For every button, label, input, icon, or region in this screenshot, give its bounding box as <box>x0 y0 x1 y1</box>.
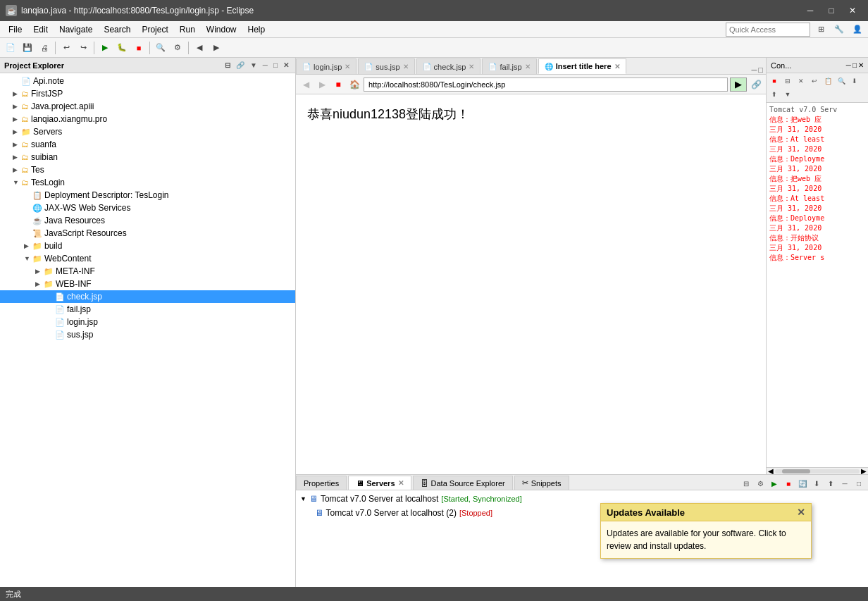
tree-item-java-project[interactable]: ▶ 🗂 Java.project.apiii <box>0 100 295 113</box>
toolbar-new-btn[interactable]: 📄 <box>3 40 18 56</box>
menu-window[interactable]: Window <box>201 23 242 36</box>
updates-close-btn[interactable]: ✕ <box>797 507 805 518</box>
toolbar-run-btn[interactable]: ▶ <box>97 40 113 56</box>
bottom-btn5[interactable]: ⬇ <box>810 477 823 490</box>
panel-menu-btn[interactable]: ▼ <box>248 61 259 69</box>
menu-search[interactable]: Search <box>98 23 136 36</box>
tree-item-build[interactable]: ▶ 📁 build <box>0 240 295 252</box>
menu-navigate[interactable]: Navigate <box>54 23 98 36</box>
console-btn4[interactable]: ↩ <box>808 75 821 87</box>
console-btn9[interactable]: ▼ <box>781 88 794 101</box>
tree-item-lanqiao[interactable]: ▶ 🗂 lanqiao.xiangmu.pro <box>0 113 295 125</box>
tab-minimize-btn[interactable]: ─ <box>752 66 757 74</box>
toolbar-debug-btn[interactable]: 🐛 <box>114 40 130 56</box>
link-editor-btn[interactable]: 🔗 <box>234 61 247 69</box>
maximize-button[interactable]: □ <box>822 4 841 18</box>
tab-check-jsp[interactable]: 📄 check.jsp ✕ <box>416 58 481 74</box>
menu-edit[interactable]: Edit <box>27 23 54 36</box>
toolbar-ext-btn[interactable]: ⚙ <box>170 40 185 56</box>
toolbar-icon-btn2[interactable]: 🔧 <box>831 22 847 37</box>
tree-item-webinf[interactable]: ▶ 📁 WEB-INF <box>0 278 295 290</box>
console-btn5[interactable]: 📋 <box>822 75 834 87</box>
bottom-maximize-btn[interactable]: □ <box>852 477 865 490</box>
tab-close-btn[interactable]: ✕ <box>525 63 531 70</box>
minimize-button[interactable]: ─ <box>800 4 820 18</box>
title-bar-controls[interactable]: ─ □ ✕ <box>800 4 862 18</box>
tree-item-webcontent[interactable]: ▼ 📁 WebContent <box>0 252 295 265</box>
tree-item-api-note[interactable]: 📄 Api.note <box>0 75 295 87</box>
bottom-btn6[interactable]: ⬆ <box>824 477 837 490</box>
console-minimize-btn[interactable]: ─ <box>846 61 851 69</box>
tab-close-btn[interactable]: ✕ <box>614 63 620 70</box>
quick-access-input[interactable] <box>726 23 810 37</box>
tree-item-check-jsp[interactable]: 📄 check.jsp <box>0 290 295 303</box>
close-button[interactable]: ✕ <box>843 4 862 18</box>
bottom-pub-btn[interactable]: 🔄 <box>796 477 809 490</box>
console-btn7[interactable]: ⬇ <box>848 75 861 87</box>
tab-maximize-btn[interactable]: □ <box>758 66 763 74</box>
tree-item-tes[interactable]: ▶ 🗂 Tes <box>0 163 295 176</box>
bottom-sync-btn[interactable]: ⚙ <box>754 477 767 490</box>
bottom-start-btn[interactable]: ▶ <box>768 477 781 490</box>
tree-item-java-resources[interactable]: ☕ Java Resources <box>0 214 295 227</box>
tab-sus-jsp[interactable]: 📄 sus.jsp ✕ <box>358 58 414 74</box>
tree-item-jaxws[interactable]: 🌐 JAX-WS Web Services <box>0 202 295 214</box>
tree-item-suanfa[interactable]: ▶ 🗂 suanfa <box>0 138 295 151</box>
menu-project[interactable]: Project <box>136 23 173 36</box>
menu-file[interactable]: File <box>3 23 27 36</box>
scrollbar-thumb[interactable] <box>782 469 810 473</box>
tree-item-metainf[interactable]: ▶ 📁 META-INF <box>0 265 295 278</box>
tab-close-btn[interactable]: ✕ <box>403 63 409 70</box>
menu-run[interactable]: Run <box>174 23 201 36</box>
scroll-right-btn[interactable]: ▶ <box>860 467 868 474</box>
toolbar-perspectives-btn[interactable]: ⊞ <box>813 22 829 37</box>
tree-item-sus-jsp[interactable]: 📄 sus.jsp <box>0 328 295 341</box>
browser-forward-btn[interactable]: ▶ <box>315 78 329 92</box>
tab-close-btn[interactable]: ✕ <box>398 479 404 487</box>
toolbar-search-btn[interactable]: 🔍 <box>153 40 168 56</box>
panel-maximize-btn[interactable]: □ <box>271 61 280 69</box>
tab-properties[interactable]: Properties <box>296 476 347 490</box>
tab-insert-title[interactable]: 🌐 Insert title here ✕ <box>538 58 626 74</box>
browser-stop-btn[interactable]: ■ <box>331 78 345 92</box>
tree-item-suibian[interactable]: ▶ 🗂 suibian <box>0 151 295 163</box>
browser-home-btn[interactable]: 🏠 <box>347 78 361 92</box>
console-btn3[interactable]: ✕ <box>795 75 807 87</box>
tab-datasource[interactable]: 🗄 Data Source Explorer <box>413 476 513 490</box>
tree-item-login-jsp[interactable]: 📄 login.jsp <box>0 316 295 328</box>
tab-login-jsp[interactable]: 📄 login.jsp ✕ <box>296 58 356 74</box>
browser-url-input[interactable] <box>364 78 728 92</box>
bottom-expand-btn[interactable]: ⊟ <box>740 477 752 490</box>
console-btn6[interactable]: 🔍 <box>835 75 848 87</box>
tree-item-firstjsp[interactable]: ▶ 🗂 FirstJSP <box>0 87 295 100</box>
tab-servers[interactable]: 🖥 Servers ✕ <box>348 476 411 490</box>
console-close-btn[interactable]: ✕ <box>858 61 864 69</box>
bottom-stop-btn[interactable]: ■ <box>782 477 795 490</box>
tree-item-deployment[interactable]: 📋 Deployment Descriptor: TesLogin <box>0 189 295 202</box>
console-btn8[interactable]: ⬆ <box>768 88 781 101</box>
scroll-left-btn[interactable]: ◀ <box>767 467 775 474</box>
tab-snippets[interactable]: ✂ Snippets <box>514 476 569 490</box>
toolbar-forward-btn[interactable]: ▶ <box>209 40 224 56</box>
toolbar-back-btn[interactable]: ◀ <box>192 40 207 56</box>
tab-close-btn[interactable]: ✕ <box>345 63 350 70</box>
collapse-all-btn[interactable]: ⊟ <box>223 61 232 69</box>
console-terminate-btn[interactable]: ■ <box>768 75 781 87</box>
console-maximize-btn[interactable]: □ <box>852 61 857 69</box>
toolbar-stop-btn[interactable]: ■ <box>131 40 147 56</box>
tree-item-fail-jsp[interactable]: 📄 fail.jsp <box>0 303 295 316</box>
menu-help[interactable]: Help <box>242 23 271 36</box>
tab-close-btn[interactable]: ✕ <box>469 63 474 70</box>
toolbar-icon-btn3[interactable]: 👤 <box>850 22 865 37</box>
browser-link-btn[interactable]: 🔗 <box>749 78 763 92</box>
panel-close-btn[interactable]: ✕ <box>281 61 291 69</box>
tree-item-servers[interactable]: ▶ 📁 Servers <box>0 125 295 138</box>
tree-item-teslogin[interactable]: ▼ 🗂 TesLogin <box>0 176 295 189</box>
toolbar-save-btn[interactable]: 💾 <box>20 40 35 56</box>
tree-item-js-resources[interactable]: 📜 JavaScript Resources <box>0 227 295 240</box>
browser-back-btn[interactable]: ◀ <box>299 78 313 92</box>
panel-minimize-btn[interactable]: ─ <box>261 61 270 69</box>
tab-fail-jsp[interactable]: 📄 fail.jsp ✕ <box>482 58 536 74</box>
browser-go-btn[interactable]: ▶ <box>730 78 747 92</box>
toolbar-print-btn[interactable]: 🖨 <box>37 40 52 56</box>
